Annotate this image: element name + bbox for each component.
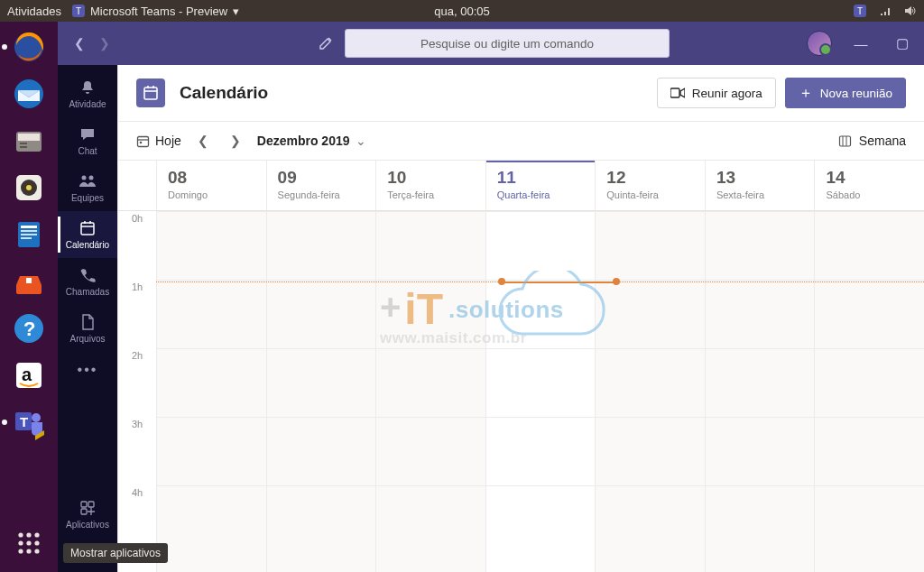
svg-rect-37 <box>81 223 94 235</box>
nav-calls[interactable]: Chamadas <box>58 258 117 305</box>
bell-icon <box>79 78 97 97</box>
svg-rect-43 <box>81 509 87 514</box>
chat-icon <box>79 125 97 143</box>
svg-point-35 <box>82 176 87 180</box>
calendar-grid[interactable]: 0h1h2h3h4h + iT .solutions www.maisit.co… <box>118 211 924 572</box>
nav-activity[interactable]: Atividade <box>58 70 117 117</box>
day-number: 09 <box>278 168 365 188</box>
day-name: Terça-feira <box>387 189 475 200</box>
svg-rect-17 <box>21 237 32 239</box>
people-icon <box>79 172 97 190</box>
avatar[interactable] <box>807 31 832 56</box>
nav-files[interactable]: Arquivos <box>58 305 117 352</box>
nav-label: Chamadas <box>66 287 109 297</box>
day-header-cell[interactable]: 12Quinta-feira <box>595 161 705 210</box>
launcher-firefox[interactable] <box>7 25 51 69</box>
day-header-cell[interactable]: 14Sábado <box>814 161 924 210</box>
launcher-rhythmbox[interactable] <box>7 166 51 209</box>
teams-tray-icon[interactable]: T <box>854 5 866 17</box>
day-header-row: 08Domingo09Segunda-feira10Terça-feira11Q… <box>118 161 924 211</box>
activities-button[interactable]: Atividades <box>7 5 61 18</box>
day-header-cell[interactable]: 09Segunda-feira <box>266 161 376 210</box>
svg-point-33 <box>26 549 31 553</box>
launcher-files[interactable] <box>7 119 51 162</box>
svg-text:?: ? <box>23 318 35 340</box>
calendar-header-icon <box>136 78 165 107</box>
day-header-cell[interactable]: 13Sexta-feira <box>705 161 815 210</box>
nav-more[interactable]: ••• <box>58 352 117 388</box>
day-number: 13 <box>716 168 804 188</box>
apps-icon <box>79 499 97 517</box>
grid-column[interactable] <box>156 211 266 572</box>
day-header-cell[interactable]: 11Quarta-feira <box>485 161 596 210</box>
svg-rect-52 <box>839 136 850 146</box>
hour-line <box>156 280 924 281</box>
nav-label: Chat <box>78 146 97 156</box>
show-applications-button[interactable] <box>7 521 51 565</box>
svg-text:T: T <box>20 414 28 429</box>
chevron-down-icon: ⌄ <box>356 134 366 148</box>
nav-chat[interactable]: Chat <box>58 117 117 164</box>
day-number: 10 <box>387 168 475 188</box>
grid-column[interactable] <box>595 211 705 572</box>
nav-apps[interactable]: Aplicativos <box>58 491 117 538</box>
day-name: Segunda-feira <box>278 189 365 200</box>
search-placeholder: Pesquise ou digite um comando <box>420 37 594 51</box>
svg-rect-42 <box>88 502 94 507</box>
meet-now-button[interactable]: Reunir agora <box>657 78 776 108</box>
grid-column[interactable] <box>485 211 596 572</box>
day-header-cell[interactable]: 08Domingo <box>156 161 266 210</box>
day-name: Sábado <box>826 189 913 200</box>
nav-forward-button[interactable]: ❯ <box>99 36 110 51</box>
phone-icon <box>79 266 97 284</box>
grid-column[interactable] <box>266 211 376 572</box>
month-picker[interactable]: Dezembro 2019 ⌄ <box>257 134 366 148</box>
nav-label: Atividade <box>69 99 106 109</box>
grid-column[interactable] <box>705 211 815 572</box>
volume-icon[interactable] <box>904 5 917 17</box>
compose-icon[interactable] <box>318 35 334 51</box>
launcher-teams[interactable]: T <box>7 401 51 444</box>
grid-column[interactable] <box>375 211 485 572</box>
page-title: Calendário <box>180 83 268 103</box>
svg-point-25 <box>32 413 41 422</box>
calendar-header: Calendário Reunir agora ＋ Nova reunião <box>118 65 924 121</box>
nav-teams[interactable]: Equipes <box>58 164 117 211</box>
svg-rect-18 <box>26 278 32 283</box>
calendar-icon <box>79 219 97 237</box>
svg-point-12 <box>26 185 32 190</box>
new-meeting-button[interactable]: ＋ Nova reunião <box>785 78 906 108</box>
nav-label: Equipes <box>71 193 104 203</box>
today-button[interactable]: Hoje <box>136 134 181 148</box>
grid-column[interactable] <box>814 211 924 572</box>
day-name: Sexta-feira <box>716 189 804 200</box>
launcher-help[interactable]: ? <box>7 307 51 350</box>
prev-week-button[interactable]: ❮ <box>192 134 214 148</box>
ubuntu-top-bar: Atividades T Microsoft Teams - Preview ▾… <box>0 0 924 22</box>
svg-point-30 <box>26 540 31 545</box>
launcher-writer[interactable] <box>7 213 51 256</box>
day-number: 11 <box>497 168 585 188</box>
launcher-software[interactable] <box>7 260 51 303</box>
launcher-tooltip: Mostrar aplicativos <box>63 543 168 563</box>
window-minimize-button[interactable]: — <box>848 36 873 51</box>
nav-back-button[interactable]: ❮ <box>74 36 85 51</box>
launcher-thunderbird[interactable] <box>7 72 51 115</box>
svg-rect-16 <box>21 234 37 235</box>
month-label: Dezembro 2019 <box>257 134 350 148</box>
network-icon[interactable] <box>879 5 892 17</box>
launcher-amazon[interactable]: a <box>7 354 51 397</box>
plus-icon: ＋ <box>799 84 813 103</box>
calendar-toolbar: Hoje ❮ ❯ Dezembro 2019 ⌄ Semana <box>118 121 924 161</box>
view-picker[interactable]: Semana <box>838 134 906 148</box>
nav-calendar[interactable]: Calendário <box>58 211 117 258</box>
search-input[interactable]: Pesquise ou digite um comando <box>345 29 670 58</box>
day-number: 14 <box>826 168 913 188</box>
next-week-button[interactable]: ❯ <box>225 134 246 148</box>
day-header-cell[interactable]: 10Terça-feira <box>375 161 485 210</box>
active-app-indicator[interactable]: T Microsoft Teams - Preview ▾ <box>72 5 239 18</box>
svg-rect-44 <box>144 88 157 99</box>
svg-point-34 <box>34 549 39 553</box>
window-maximize-button[interactable]: ▢ <box>890 35 915 51</box>
file-icon <box>79 313 97 331</box>
